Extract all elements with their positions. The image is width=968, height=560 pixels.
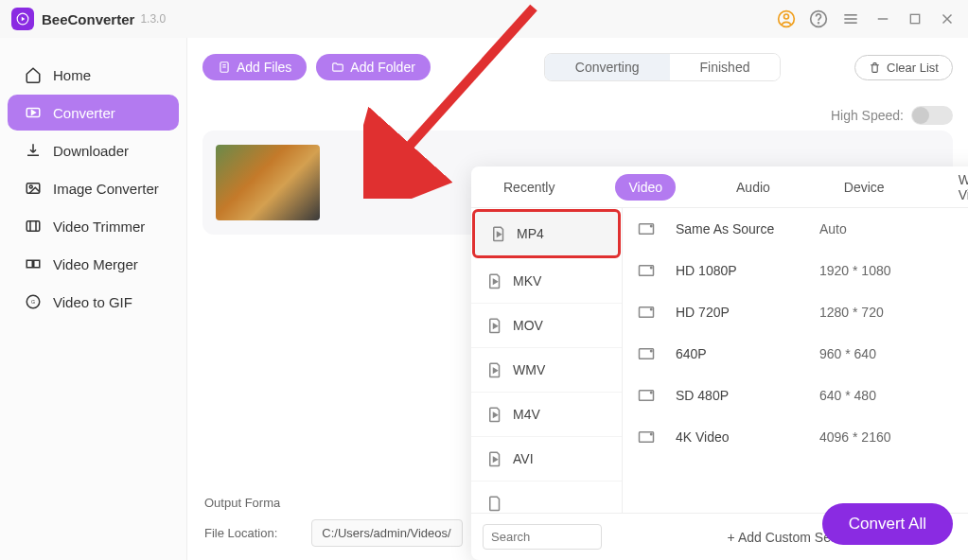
panel-tab-device[interactable]: Device	[831, 174, 898, 201]
svg-point-14	[29, 185, 32, 188]
add-folder-button[interactable]: Add Folder	[316, 54, 430, 80]
resolution-item[interactable]: 4K Video4096 * 2160	[623, 416, 968, 458]
title-bar: BeeConverter 1.3.0	[0, 0, 968, 38]
video-thumbnail[interactable]	[216, 145, 320, 220]
sidebar-item-home[interactable]: Home	[8, 57, 179, 93]
resolution-item[interactable]: SD 480P640 * 480	[623, 375, 968, 416]
svg-rect-13	[26, 184, 40, 194]
sidebar-item-image-converter[interactable]: Image Converter	[8, 170, 179, 206]
svg-rect-18	[26, 260, 32, 268]
sidebar-item-downloader[interactable]: Downloader	[8, 132, 179, 168]
svg-point-38	[651, 308, 653, 310]
tab-finished[interactable]: Finished	[670, 54, 781, 80]
app-name: BeeConverter	[42, 11, 134, 27]
menu-icon[interactable]	[841, 9, 860, 28]
trimmer-icon	[25, 218, 42, 235]
status-tabs: Converting Finished	[544, 53, 782, 81]
svg-rect-15	[26, 221, 40, 232]
panel-tab-video[interactable]: Video	[615, 174, 676, 201]
converter-icon	[25, 104, 42, 121]
resolution-item[interactable]: HD 720P1280 * 720	[623, 291, 968, 333]
sidebar-item-converter[interactable]: Converter	[8, 95, 179, 131]
sidebar-item-video-to-gif[interactable]: G Video to GIF	[8, 284, 179, 320]
sidebar-item-label: Downloader	[53, 143, 129, 159]
resolution-item[interactable]: HD 1080P1920 * 1080	[623, 250, 968, 291]
format-item-mkv[interactable]: MKV	[471, 259, 622, 304]
format-search-input[interactable]	[483, 524, 602, 550]
file-location-label: File Location:	[204, 526, 277, 540]
panel-tab-audio[interactable]: Audio	[723, 174, 783, 201]
clear-list-button[interactable]: Clear List	[854, 55, 953, 80]
sidebar: Home Converter Downloader Image Converte…	[0, 38, 187, 560]
tab-converting[interactable]: Converting	[545, 54, 670, 80]
content: Add Files Add Folder Converting Finished…	[187, 38, 968, 560]
sidebar-item-label: Image Converter	[53, 181, 159, 197]
sidebar-item-label: Video Merger	[53, 256, 138, 272]
svg-text:G: G	[31, 299, 35, 305]
high-speed-label: High Speed:	[831, 108, 904, 123]
app-logo	[11, 8, 34, 30]
resolution-item[interactable]: 640P960 * 640	[623, 333, 968, 375]
sidebar-item-video-merger[interactable]: Video Merger	[8, 246, 179, 282]
svg-point-2	[784, 14, 789, 19]
format-panel: Recently Video Audio Device Web Video MP…	[471, 166, 968, 560]
panel-tab-web-video[interactable]: Web Video	[945, 166, 968, 208]
app-version: 1.3.0	[140, 12, 166, 26]
user-icon[interactable]	[777, 9, 796, 28]
sidebar-item-label: Video Trimmer	[53, 219, 145, 235]
format-list[interactable]: MP4 MKV MOV WMV	[471, 208, 623, 513]
resolution-item[interactable]: Same As SourceAuto	[623, 208, 968, 250]
file-location-input[interactable]	[311, 519, 463, 547]
top-toolbar: Add Files Add Folder Converting Finished…	[202, 53, 953, 81]
svg-point-4	[818, 23, 819, 24]
sidebar-item-video-trimmer[interactable]: Video Trimmer	[8, 208, 179, 244]
format-panel-tabs: Recently Video Audio Device Web Video	[471, 166, 968, 208]
convert-all-button[interactable]: Convert All	[822, 503, 953, 545]
format-item-wmv[interactable]: WMV	[471, 348, 622, 393]
svg-point-42	[651, 392, 653, 394]
add-files-button[interactable]: Add Files	[202, 54, 307, 80]
sidebar-item-label: Converter	[53, 105, 115, 121]
merger-icon	[25, 255, 42, 272]
svg-point-34	[651, 225, 653, 227]
sidebar-item-label: Home	[53, 67, 91, 83]
format-item-avi[interactable]: AVI	[471, 437, 622, 481]
close-icon[interactable]	[938, 9, 957, 28]
format-item-more[interactable]	[471, 481, 622, 513]
panel-tab-recently[interactable]: Recently	[490, 174, 568, 201]
high-speed-row: High Speed:	[202, 106, 953, 125]
svg-point-40	[651, 350, 653, 352]
image-converter-icon	[25, 180, 42, 197]
help-icon[interactable]	[809, 9, 828, 28]
downloader-icon	[25, 142, 42, 159]
svg-rect-9	[910, 14, 919, 23]
resolution-list[interactable]: Same As SourceAuto HD 1080P1920 * 1080 H…	[623, 208, 968, 513]
minimize-icon[interactable]	[873, 9, 892, 28]
output-format-label: Output Forma	[204, 496, 280, 510]
high-speed-toggle[interactable]	[911, 106, 953, 125]
svg-rect-19	[34, 260, 40, 268]
svg-point-36	[651, 267, 653, 269]
format-item-mov[interactable]: MOV	[471, 304, 622, 348]
gif-icon: G	[25, 293, 42, 310]
format-item-m4v[interactable]: M4V	[471, 393, 622, 437]
format-item-mp4[interactable]: MP4	[472, 209, 621, 258]
maximize-icon[interactable]	[906, 9, 924, 28]
home-icon	[25, 66, 42, 83]
sidebar-item-label: Video to GIF	[53, 294, 132, 310]
svg-point-44	[651, 433, 653, 435]
